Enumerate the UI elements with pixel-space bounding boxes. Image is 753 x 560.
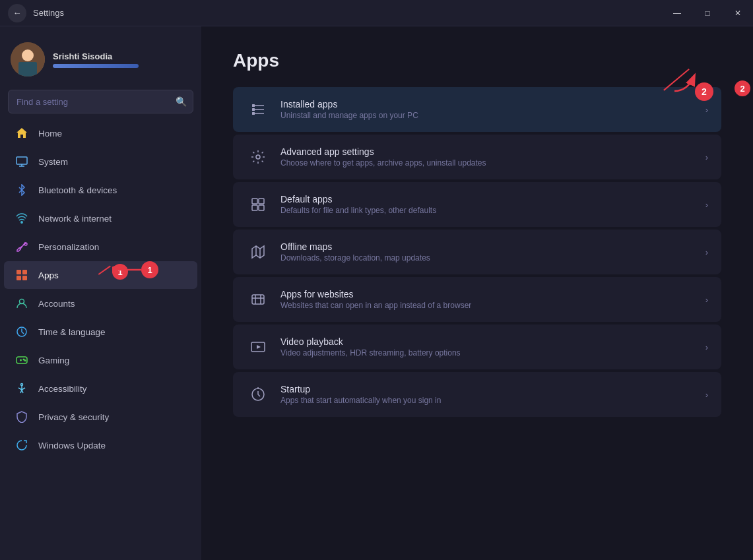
minimize-button[interactable]: — (662, 0, 692, 26)
titlebar-left: ← Settings (8, 4, 64, 22)
titlebar: ← Settings — □ ✕ (0, 0, 753, 26)
svg-point-20 (21, 384, 23, 386)
settings-item-left: Apps for websites Websites that can open… (246, 288, 471, 311)
settings-item-left: Default apps Defaults for file and link … (246, 193, 436, 216)
sidebar-item-update[interactable]: Windows Update (4, 431, 197, 459)
video-playback-icon (246, 335, 270, 359)
system-icon (15, 154, 29, 169)
sidebar-item-label-apps: Apps (38, 270, 59, 280)
settings-item-desc-startup: Apps that start automatically when you s… (280, 396, 441, 405)
network-icon (15, 211, 29, 226)
settings-item-title-default: Default apps (280, 194, 436, 204)
sidebar-item-personalization[interactable]: Personalization (4, 233, 197, 261)
sidebar-item-bluetooth[interactable]: Bluetooth & devices (4, 176, 197, 204)
user-profile[interactable]: Srishti Sisodia (0, 37, 201, 87)
svg-rect-4 (16, 157, 27, 164)
update-icon (15, 438, 29, 452)
svg-rect-27 (252, 104, 255, 107)
default-apps-icon (246, 193, 270, 216)
svg-point-19 (24, 360, 26, 361)
settings-item-title-startup: Startup (280, 384, 441, 394)
settings-item-title-installed-apps: Installed apps (280, 99, 418, 109)
svg-rect-9 (16, 270, 21, 274)
sidebar-item-apps[interactable]: Apps 1 (4, 261, 197, 289)
settings-item-text-websites: Apps for websites Websites that can open… (280, 289, 471, 310)
settings-item-default-apps[interactable]: Default apps Defaults for file and link … (233, 182, 721, 227)
chevron-right-icon-advanced: › (705, 152, 708, 162)
svg-point-8 (24, 243, 27, 245)
svg-rect-37 (252, 295, 264, 304)
sidebar-item-gaming[interactable]: Gaming (4, 346, 197, 374)
sidebar-item-accounts[interactable]: Accounts (4, 290, 197, 317)
offline-maps-icon (246, 240, 270, 264)
settings-item-installed-apps[interactable]: Installed apps Uninstall and manage apps… (233, 87, 721, 132)
chevron-right-icon-video: › (705, 342, 708, 352)
chevron-right-icon-websites: › (705, 295, 708, 305)
settings-item-left: Video playback Video adjustments, HDR st… (246, 335, 461, 359)
sidebar-item-home[interactable]: Home (4, 119, 197, 147)
sidebar-item-label-update: Windows Update (38, 441, 106, 451)
time-icon (15, 325, 29, 339)
back-button[interactable]: ← (8, 4, 26, 22)
settings-item-title-websites: Apps for websites (280, 289, 471, 299)
settings-item-startup[interactable]: Startup Apps that start automatically wh… (233, 372, 721, 417)
settings-item-advanced-app-settings[interactable]: Advanced app settings Choose where to ge… (233, 135, 721, 179)
svg-point-7 (21, 222, 22, 223)
settings-item-video-playback[interactable]: Video playback Video adjustments, HDR st… (233, 325, 721, 369)
svg-marker-42 (257, 345, 261, 349)
personalization-icon (15, 239, 29, 254)
settings-item-left: Startup Apps that start automatically wh… (246, 383, 441, 406)
settings-item-apps-for-websites[interactable]: Apps for websites Websites that can open… (233, 277, 721, 322)
annotation-badge-2: 2 (735, 80, 750, 96)
advanced-app-settings-icon (246, 145, 270, 169)
settings-item-text-advanced: Advanced app settings Choose where to ge… (280, 146, 486, 168)
svg-rect-33 (252, 205, 257, 210)
accessibility-icon (15, 381, 29, 396)
page-title: Apps (233, 50, 721, 71)
svg-line-23 (22, 390, 23, 393)
gaming-icon (15, 353, 29, 367)
privacy-icon (15, 410, 29, 424)
sidebar-item-accessibility[interactable]: Accessibility (4, 375, 197, 402)
chevron-right-icon-startup: › (705, 390, 708, 400)
svg-rect-29 (252, 112, 255, 115)
bluetooth-icon (15, 183, 29, 197)
main-content: Apps Installed apps Uninstall and manage… (201, 26, 753, 560)
settings-item-offline-maps[interactable]: Offline maps Downloads, storage location… (233, 230, 721, 274)
chevron-right-icon-maps: › (705, 247, 708, 257)
settings-item-left: Advanced app settings Choose where to ge… (246, 145, 486, 169)
svg-rect-3 (18, 62, 37, 77)
maximize-button[interactable]: □ (692, 0, 723, 26)
search-input[interactable] (8, 90, 193, 113)
sidebar-nav: Home System Bluetooth & devices Network … (0, 119, 201, 460)
sidebar-item-label-gaming: Gaming (38, 356, 69, 365)
app-layout: Srishti Sisodia 🔍 Home System (0, 26, 753, 560)
sidebar-item-time[interactable]: Time & language (4, 318, 197, 346)
sidebar-item-label-time: Time & language (38, 327, 106, 337)
svg-rect-28 (252, 108, 255, 111)
user-info: Srishti Sisodia (53, 51, 139, 68)
avatar (11, 42, 45, 77)
chevron-right-icon-default: › (705, 200, 708, 210)
settings-item-title-video: Video playback (280, 336, 461, 347)
sidebar-item-label-personalization: Personalization (38, 242, 99, 252)
settings-item-title-maps: Offline maps (280, 241, 430, 252)
svg-point-1 (22, 49, 34, 61)
annotation-badge-1: 1 (112, 264, 128, 280)
accounts-icon (15, 296, 29, 311)
sidebar-item-label-home: Home (38, 129, 62, 139)
sidebar-item-network[interactable]: Network & internet (4, 204, 197, 232)
home-icon (15, 126, 29, 140)
sidebar-item-privacy[interactable]: Privacy & security (4, 403, 197, 431)
apps-for-websites-icon (246, 288, 270, 311)
titlebar-title: Settings (33, 8, 64, 18)
sidebar-item-label-accounts: Accounts (38, 299, 75, 309)
svg-rect-34 (259, 205, 264, 210)
close-button[interactable]: ✕ (723, 0, 753, 26)
sidebar-item-system[interactable]: System (4, 148, 197, 175)
svg-rect-11 (16, 276, 21, 280)
installed-apps-icon (246, 98, 270, 121)
apps-icon (15, 268, 29, 282)
user-name: Srishti Sisodia (53, 51, 139, 61)
settings-item-desc-websites: Websites that can open in an app instead… (280, 301, 471, 310)
